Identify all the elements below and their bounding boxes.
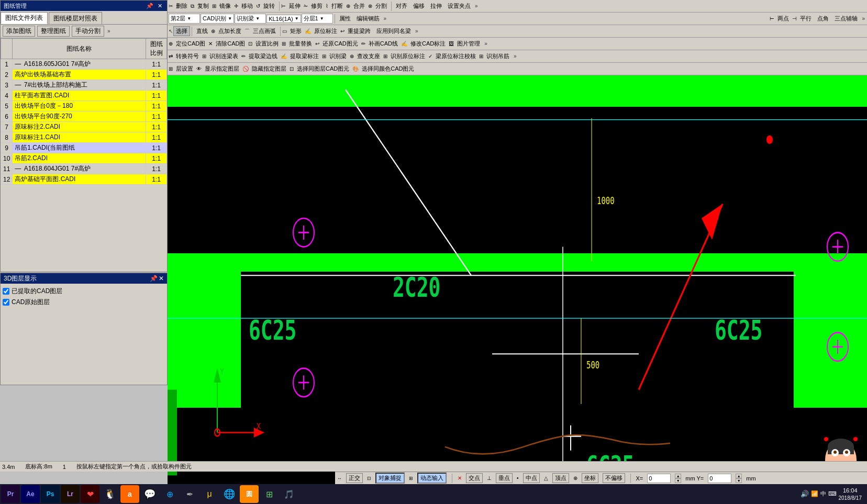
hide-layer-button[interactable]: 隐藏指定图层 xyxy=(249,64,289,74)
tab-file-list[interactable]: 图纸文件列表 xyxy=(1,12,48,24)
identify-original-button[interactable]: 识别原位标注 xyxy=(388,51,428,61)
merge-button[interactable]: 合并 xyxy=(351,1,368,11)
tray-time-display[interactable]: 16:04 2018/8/17 xyxy=(839,487,862,501)
three-arc-button[interactable]: 三点画弧 xyxy=(250,26,279,36)
two-point-button[interactable]: 两点 xyxy=(775,14,792,24)
table-row[interactable]: 12高炉基础平面图.CADI1:1 xyxy=(1,174,167,185)
perpendicular-button[interactable]: 垂点 xyxy=(496,473,513,483)
toolbar1-expand[interactable]: » xyxy=(474,3,479,9)
table-row[interactable]: 1 — A1618.605JG01 7#高炉1:1 xyxy=(1,59,167,70)
supplement-cad-button[interactable]: 补画CAD线 xyxy=(366,39,401,49)
x-spin-up[interactable]: ▲ xyxy=(675,474,681,478)
select-button[interactable]: 选择 xyxy=(173,26,190,36)
table-row[interactable]: 3 — 7#出铁场上部结构施工1:1 xyxy=(1,80,167,91)
close-panel-button[interactable]: ✕ xyxy=(156,3,164,9)
taskbar-app-wechat[interactable]: 💬 xyxy=(140,485,159,503)
reextract-button[interactable]: 重提梁跨 xyxy=(345,26,373,36)
taskbar-app-heart[interactable]: ❤ xyxy=(81,485,99,503)
break-button[interactable]: 打断 xyxy=(329,1,346,11)
y-input[interactable] xyxy=(708,474,731,483)
extract-edge-button[interactable]: 提取梁边线 xyxy=(246,51,280,61)
table-row[interactable]: 2高炉出铁场基础布置1:1 xyxy=(1,70,167,80)
locate-cad-button[interactable]: 定位CAD图 xyxy=(173,39,208,49)
taskbar-app-cad[interactable]: 圆 xyxy=(240,485,259,503)
show-layer-button[interactable]: 显示指定图层 xyxy=(202,64,242,74)
identify-table-button[interactable]: 识别连梁表 xyxy=(207,51,241,61)
modify-annotation-button[interactable]: 修改CAD标注 xyxy=(408,39,448,49)
property-button[interactable]: 属性 xyxy=(337,14,353,24)
sublayer-dropdown[interactable]: 分层1 ▼ xyxy=(302,14,333,24)
line-button[interactable]: 直线 xyxy=(194,26,210,36)
layer-settings-button[interactable]: 层设置 xyxy=(173,64,196,74)
taskbar-app-qq[interactable]: 🐧 xyxy=(101,485,119,503)
trim-button[interactable]: 修剪 xyxy=(308,1,325,11)
layer-dropdown[interactable]: 第2层 ▼ xyxy=(169,14,200,24)
align-button[interactable]: 对齐 xyxy=(393,1,410,11)
taskbar-app-ps[interactable]: Ps xyxy=(41,485,60,503)
toolbar5-expand[interactable]: » xyxy=(513,53,518,59)
taskbar-app-music[interactable]: 🎵 xyxy=(280,485,298,503)
midpoint-button[interactable]: 中点 xyxy=(523,473,540,483)
table-row[interactable]: 5出铁场平台0度－1801:1 xyxy=(1,101,167,111)
set-scale-button[interactable]: 设置比例 xyxy=(253,39,281,49)
toolbar3-expand[interactable]: » xyxy=(414,28,419,34)
tray-keyboard-icon[interactable]: ⌨ xyxy=(828,490,837,497)
organize-drawing-button[interactable]: 整理图纸 xyxy=(37,26,70,37)
taskbar-app-torrent[interactable]: μ xyxy=(200,485,219,503)
y-spin[interactable]: ▲ ▼ xyxy=(736,474,742,483)
manual-split-button[interactable]: 手动分割 xyxy=(72,26,104,37)
layer-checkbox-1[interactable] xyxy=(3,299,9,306)
taskbar-app-lr[interactable]: Lr xyxy=(61,485,80,503)
no-offset-button[interactable]: 不偏移 xyxy=(603,473,625,483)
toolbar4-expand[interactable]: » xyxy=(483,41,488,47)
taskbar-app-pr[interactable]: Pr xyxy=(1,485,20,503)
intersection-button[interactable]: 交点 xyxy=(466,473,483,483)
edit-rebar-button[interactable]: 编辑钢筋 xyxy=(354,14,382,24)
offset-button[interactable]: 偏移 xyxy=(410,1,427,11)
batch-replace-button[interactable]: 批量替换 xyxy=(286,39,315,49)
taskbar-app-green[interactable]: ⊞ xyxy=(260,485,279,503)
mirror-button[interactable]: 镜像 xyxy=(217,1,234,11)
apply-same-button[interactable]: 应用到同名梁 xyxy=(374,26,414,36)
taskbar-app-ae[interactable]: Ae xyxy=(21,485,40,503)
taskbar-app-input[interactable]: a xyxy=(120,485,139,503)
cad-identify-dropdown[interactable]: CAD识别 ▼ xyxy=(201,14,234,24)
table-row[interactable]: 8原味标注1.CADI1:1 xyxy=(1,132,167,143)
kl-dropdown[interactable]: KL16(1A) ▼ xyxy=(266,15,301,23)
parallel-button[interactable]: 平行 xyxy=(797,14,814,24)
orthogonal-button[interactable]: 正交 xyxy=(346,473,363,483)
image-manage-button[interactable]: 图片管理 xyxy=(454,39,483,49)
select-same-layer-button[interactable]: 选择同图层CAD图元 xyxy=(294,64,352,74)
extend-button[interactable]: 延伸 xyxy=(286,1,303,11)
y-spin-down[interactable]: ▼ xyxy=(736,478,742,483)
toolbar2-expand2[interactable]: » xyxy=(861,16,866,21)
angle-button[interactable]: 点角 xyxy=(815,14,831,24)
stretch-button[interactable]: 拉伸 xyxy=(428,1,444,11)
table-row[interactable]: 7原味标注2.CADI1:1 xyxy=(1,122,167,132)
table-row[interactable]: 11 — A1618.604JG01 7#高炉1:1 xyxy=(1,164,167,174)
rect-button[interactable]: 矩形 xyxy=(287,26,304,36)
x-spin-down[interactable]: ▼ xyxy=(675,478,681,483)
tray-volume-icon[interactable]: 🔊 xyxy=(801,490,809,498)
tray-network-icon[interactable]: 📶 xyxy=(811,490,818,497)
rotate-button[interactable]: 旋转 xyxy=(261,1,277,11)
object-snap-button[interactable]: 对象捕捉 xyxy=(375,473,405,484)
tray-lang-icon[interactable]: 中 xyxy=(820,490,826,498)
expand-toolbar-arrow[interactable]: » xyxy=(106,28,112,34)
dynamic-input-button[interactable]: 动态输入 xyxy=(417,473,447,484)
copy-button[interactable]: 复制 xyxy=(195,1,212,11)
split-button[interactable]: 分割 xyxy=(373,1,390,11)
layer-checkbox-0[interactable] xyxy=(3,288,9,295)
layer-pin-button[interactable]: 📌 xyxy=(150,275,158,282)
extract-label-button[interactable]: 提取梁标注 xyxy=(287,51,321,61)
identify-rebar-button[interactable]: 识别吊筋 xyxy=(484,51,512,61)
check-annotation-button[interactable]: 梁原位标注校核 xyxy=(433,51,479,61)
three-point-button[interactable]: 三点辅轴 xyxy=(832,14,860,24)
table-row[interactable]: 4柱平面布置图.CADI1:1 xyxy=(1,91,167,101)
taskbar-app-net[interactable]: ⊕ xyxy=(160,485,179,503)
add-drawing-button[interactable]: 添加图纸 xyxy=(3,26,35,37)
taskbar-app-pen[interactable]: ✒ xyxy=(180,485,199,503)
vertex-button[interactable]: 顶点 xyxy=(552,473,569,483)
pin-button[interactable]: 📌 xyxy=(144,3,155,9)
restore-cad-button[interactable]: 还原CAD图元 xyxy=(320,39,360,49)
